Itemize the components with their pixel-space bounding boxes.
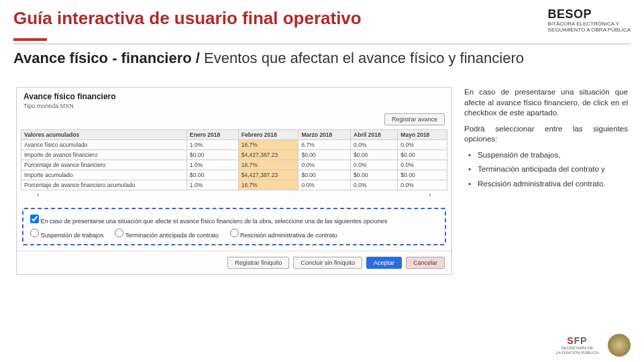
col-month: Febrero 2018 [238, 130, 299, 140]
events-checkbox[interactable] [30, 215, 39, 223]
instruction-p2: Podrá seleccionar entre las siguientes o… [464, 124, 628, 145]
table-row: Porcentaje de avance financiero acumulad… [21, 180, 447, 190]
besop-logo: BESOP BITÁCORA ELECTRÓNICA Y SEGUIMIENTO… [548, 8, 631, 33]
accent-underline [13, 38, 47, 41]
table-row: Importe de avance financiero$0.00$4,427,… [21, 150, 447, 160]
table-row: Porcentaje de avance financiero1.0%16.7%… [21, 160, 447, 170]
cell: 6.7% [299, 140, 351, 150]
row-label: Importe de avance financiero [21, 150, 187, 160]
events-panel-label: En caso de presentarse una situación que… [41, 218, 388, 225]
breadcrumb-page: Eventos que afectan el avance físico y f… [200, 50, 524, 66]
row-label: Porcentaje de avance financiero acumulad… [21, 180, 187, 190]
cell: $0.00 [398, 170, 447, 180]
instruction-text: En caso de presentarse una situación que… [464, 87, 628, 193]
opt-termination-radio[interactable] [115, 229, 123, 237]
col-month: Marzo 2018 [299, 130, 351, 140]
cell: $0.00 [186, 170, 238, 180]
opt-label: Terminación anticipada de contrato [125, 232, 219, 239]
progress-table: Valores acumulados Enero 2018 Febrero 20… [21, 129, 447, 190]
cell: 1.0% [186, 180, 238, 190]
opt-label: Suspensión de trabajos [41, 232, 104, 239]
col-values: Valores acumulados [21, 130, 187, 140]
instruction-item: Rescisión administrativa del contrato. [467, 179, 628, 190]
government-seal-icon [608, 334, 631, 357]
row-label: Avance físico acumulado [21, 140, 187, 150]
opt-rescission-radio[interactable] [230, 229, 239, 237]
cell: $0.00 [299, 170, 351, 180]
logo-brand-text: BESOP [548, 8, 631, 21]
sfp-text: FP [574, 335, 588, 346]
opt-label: Rescisión administrativa de contrato [240, 232, 337, 239]
cell: $0.00 [186, 150, 238, 160]
cell: 16.7% [238, 140, 299, 150]
instruction-item: Terminación anticipada del contrato y [467, 164, 628, 175]
cell: 0.0% [299, 180, 351, 190]
scroll-right-icon[interactable]: › [429, 190, 431, 198]
opt-rescission[interactable]: Rescisión administrativa de contrato [230, 232, 337, 239]
register-settlement-button[interactable]: Registrar finiquito [227, 257, 289, 269]
divider [13, 44, 631, 44]
panel-title: Avance físico financiero [23, 92, 445, 101]
opt-termination[interactable]: Terminación anticipada de contrato [115, 232, 219, 239]
conclude-without-settlement-button[interactable]: Concluir sin finiquito [293, 257, 362, 269]
slide-footer: SFP SECRETARÍA DE LA FUNCIÓN PÚBLICA [556, 334, 631, 357]
cell: 16.7% [238, 180, 299, 190]
cell: $0.00 [398, 150, 447, 160]
cell: 1.0% [186, 140, 238, 150]
row-label: Importe acumulado [21, 170, 187, 180]
table-header-row: Valores acumulados Enero 2018 Febrero 20… [21, 130, 447, 140]
cell: 0.0% [398, 160, 447, 170]
cell: $0.00 [351, 170, 398, 180]
cell: 1.0% [186, 160, 238, 170]
opt-suspension-radio[interactable] [30, 229, 39, 237]
page-title: Guía interactiva de usuario final operat… [13, 8, 362, 29]
instruction-item: Suspensión de trabajos, [467, 150, 628, 161]
cell: 16.7% [238, 160, 299, 170]
cell: 0.0% [398, 180, 447, 190]
sfp-line1: SECRETARÍA DE [556, 346, 598, 351]
row-label: Porcentaje de avance financiero [21, 160, 187, 170]
opt-suspension[interactable]: Suspensión de trabajos [30, 232, 104, 239]
breadcrumb-section: Avance físico - financiero / [13, 50, 200, 66]
cell: 0.0% [299, 160, 351, 170]
cell: 0.0% [351, 160, 398, 170]
col-month: Abril 2018 [351, 130, 398, 140]
scroll-left-icon[interactable]: ‹ [37, 190, 40, 198]
table-row: Importe acumulado$0.00$4,427,387.23$0.00… [21, 170, 447, 180]
breadcrumb: Avance físico - financiero / Eventos que… [13, 50, 631, 67]
cell: $4,427,387.23 [238, 150, 299, 160]
cell: $0.00 [299, 150, 351, 160]
col-month: Mayo 2018 [398, 130, 447, 140]
logo-tagline-2: SEGUIMIENTO A OBRA PÚBLICA [548, 27, 631, 34]
col-month: Enero 2018 [186, 130, 238, 140]
sfp-logo: SFP SECRETARÍA DE LA FUNCIÓN PÚBLICA [556, 336, 598, 355]
accept-button[interactable]: Aceptar [366, 257, 402, 269]
cell: $0.00 [351, 150, 398, 160]
register-advance-button[interactable]: Registrar avance [384, 113, 445, 125]
cell: 0.0% [398, 140, 447, 150]
sfp-line2: LA FUNCIÓN PÚBLICA [556, 351, 598, 355]
table-row: Avance físico acumulado1.0%16.7%6.7%0.0%… [21, 140, 447, 150]
cell: 0.0% [351, 180, 398, 190]
cancel-button[interactable]: Cancelar [406, 257, 445, 269]
cell: $4,427,387.23 [238, 170, 299, 180]
instruction-p1: En caso de presentarse una situación que… [464, 87, 628, 119]
app-screenshot: Avance físico financiero Tipo moneda MXN… [16, 87, 452, 275]
cell: 0.0% [351, 140, 398, 150]
currency-label: Tipo moneda MXN [23, 103, 445, 109]
events-panel: En caso de presentarse una situación que… [22, 208, 446, 245]
